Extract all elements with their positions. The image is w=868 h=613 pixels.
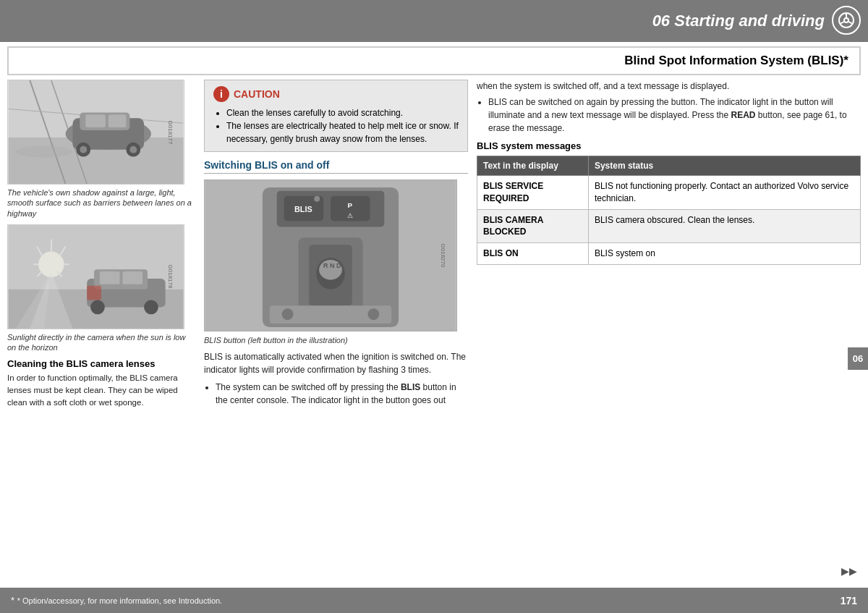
svg-rect-34 xyxy=(100,271,120,284)
left-column: G018177 The vehicle's own shadow against… xyxy=(7,80,195,588)
svg-rect-14 xyxy=(109,114,127,127)
svg-rect-35 xyxy=(122,271,142,284)
table-col2-header: System status xyxy=(588,156,860,176)
svg-point-37 xyxy=(144,300,158,314)
page-header: 06 Starting and driving xyxy=(0,0,868,42)
right-column: when the system is switched off, and a t… xyxy=(477,80,861,588)
table-row: BLIS ON BLIS system on xyxy=(477,243,861,265)
table-col1-header: Text in the display xyxy=(477,156,589,176)
blis-table: Text in the display System status BLIS S… xyxy=(477,156,861,265)
image2-code: G018178 xyxy=(167,265,174,289)
footer-star-note: * * Option/accessory, for more informati… xyxy=(11,595,222,606)
caution-item-2: The lenses are electrically heated to he… xyxy=(226,119,459,145)
blis-messages-heading: BLIS system messages xyxy=(477,140,861,151)
page-number: 171 xyxy=(841,595,857,606)
table-key-1: BLIS SERVICE REQUIRED xyxy=(477,176,589,210)
table-key-2: BLIS CAMERA BLOCKED xyxy=(477,209,589,243)
svg-line-3 xyxy=(841,22,844,24)
cleaning-section: Cleaning the BLIS camera lenses In order… xyxy=(7,358,195,408)
caution-icon: i xyxy=(213,86,229,102)
cleaning-text: In order to function optimally, the BLIS… xyxy=(7,372,195,408)
svg-point-19 xyxy=(16,146,73,158)
svg-point-18 xyxy=(129,146,137,153)
caution-title: CAUTION xyxy=(234,88,280,100)
svg-point-54 xyxy=(282,308,294,320)
svg-rect-38 xyxy=(87,286,101,300)
svg-point-44 xyxy=(314,196,320,202)
footer-option-text: * Option/accessory, for more information… xyxy=(17,596,222,605)
svg-line-4 xyxy=(848,22,852,24)
caution-list: Clean the lenses carefully to avoid scra… xyxy=(213,106,459,145)
caution-box: i CAUTION Clean the lenses carefully to … xyxy=(204,80,468,152)
car-image-bottom: G018178 xyxy=(7,224,184,329)
svg-rect-13 xyxy=(85,114,106,127)
image2-caption: Sunlight directly in the camera when the… xyxy=(7,332,195,353)
image1-caption: The vehicle's own shadow against a large… xyxy=(7,187,195,219)
svg-text:⚠: ⚠ xyxy=(347,212,353,219)
svg-text:R N D: R N D xyxy=(323,262,341,269)
image1-code: G018177 xyxy=(167,120,174,144)
caution-header: i CAUTION xyxy=(213,86,459,102)
switching-title: Switching BLIS on and off xyxy=(204,159,468,174)
right-intro: when the system is switched off, and a t… xyxy=(477,80,861,135)
intro-continued: when the system is switched off, and a t… xyxy=(477,80,861,93)
table-key-3: BLIS ON xyxy=(477,243,589,265)
steering-wheel-icon xyxy=(832,6,861,35)
bullet-switch-off: The system can be switched off by pressi… xyxy=(204,381,468,407)
svg-point-36 xyxy=(90,300,105,314)
chapter-side-tab: 06 xyxy=(848,347,868,370)
switch-off-item: The system can be switched off by pressi… xyxy=(216,381,468,407)
switch-on-bullet: BLIS can be switched on again by pressin… xyxy=(488,96,861,135)
button-caption: BLIS button (left button in the illustra… xyxy=(204,336,468,344)
svg-text:P: P xyxy=(347,201,352,209)
section-title: Blind Spot Information System (BLIS)* xyxy=(20,54,848,68)
next-page-arrow: ▶▶ xyxy=(841,565,857,577)
table-value-1: BLIS not functioning properly. Contact a… xyxy=(588,176,860,210)
svg-point-17 xyxy=(80,146,87,153)
svg-point-55 xyxy=(368,308,380,320)
car-image-top: G018177 xyxy=(7,80,184,185)
table-value-3: BLIS system on xyxy=(588,243,860,265)
blis-button-image: BLIS P ⚠ R N D G018270 xyxy=(204,179,457,331)
table-row: BLIS SERVICE REQUIRED BLIS not functioni… xyxy=(477,176,861,210)
table-value-2: BLIS camera obscured. Clean the lenses. xyxy=(588,209,860,243)
section-title-bar: Blind Spot Information System (BLIS)* xyxy=(7,46,861,75)
svg-point-1 xyxy=(844,18,848,22)
main-content: G018177 The vehicle's own shadow against… xyxy=(0,80,868,588)
page-footer: * * Option/accessory, for more informati… xyxy=(0,588,868,613)
cleaning-heading: Cleaning the BLIS camera lenses xyxy=(7,358,195,369)
caution-item-1: Clean the lenses carefully to avoid scra… xyxy=(226,106,459,119)
console-image-code: G018270 xyxy=(440,244,446,268)
middle-column: i CAUTION Clean the lenses carefully to … xyxy=(204,80,468,588)
activation-text: BLIS is automatically activated when the… xyxy=(204,350,468,376)
chapter-title: 06 Starting and driving xyxy=(652,12,825,30)
svg-text:BLIS: BLIS xyxy=(294,205,312,214)
table-row: BLIS CAMERA BLOCKED BLIS camera obscured… xyxy=(477,209,861,243)
